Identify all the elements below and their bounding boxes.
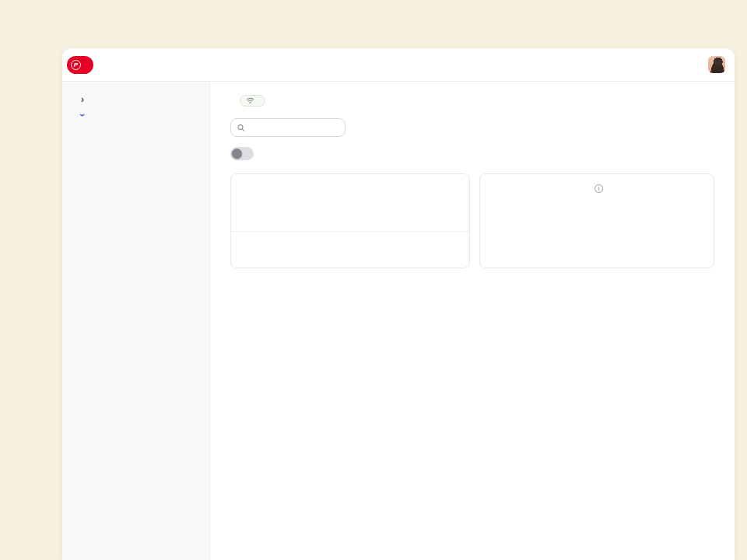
live-badge <box>240 95 265 107</box>
search-icon <box>237 124 245 132</box>
adherence-gauge <box>538 194 655 266</box>
table-header-row <box>230 284 714 304</box>
filters-bar <box>230 118 714 137</box>
search-box <box>230 118 345 137</box>
sidebar: › › <box>62 82 210 560</box>
agents-table <box>230 284 714 304</box>
main-content <box>210 82 735 560</box>
user-avatar[interactable] <box>708 56 725 73</box>
overall-adherence-card <box>479 173 714 268</box>
pinterest-save-button[interactable]: P <box>67 56 93 74</box>
adherence-breakdown <box>231 231 469 268</box>
show-out-of-adherence-toggle[interactable] <box>230 147 254 160</box>
chevron-right-icon: › <box>81 96 84 103</box>
wifi-icon <box>246 97 254 104</box>
info-icon[interactable] <box>594 184 603 193</box>
top-navbar: P <box>62 48 735 82</box>
sidebar-item-workforce-management[interactable]: › <box>62 107 209 123</box>
sidebar-item-quality-management[interactable]: › <box>62 92 209 107</box>
search-input[interactable] <box>249 123 338 132</box>
app-window: P › › <box>62 48 735 560</box>
chevron-down-icon: › <box>79 114 86 117</box>
out-of-adherence-card <box>230 173 470 268</box>
pinterest-icon: P <box>71 60 81 70</box>
toggle-knob <box>232 149 242 159</box>
